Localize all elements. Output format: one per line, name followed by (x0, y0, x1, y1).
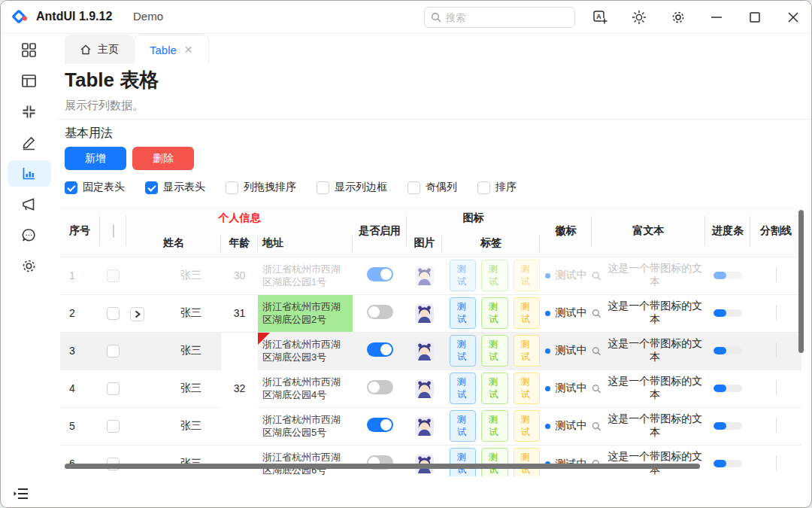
progress-bar (714, 272, 742, 279)
divider-line (776, 455, 777, 470)
option-checkbox[interactable] (408, 181, 420, 194)
sidebar-item-edit[interactable] (8, 129, 51, 156)
option-4[interactable]: 奇偶列 (408, 181, 457, 194)
enabled-switch[interactable] (367, 342, 393, 357)
image-cell (407, 445, 442, 476)
col-index[interactable]: 序号 (60, 206, 100, 257)
option-5[interactable]: 排序 (477, 181, 517, 194)
divider-line (776, 305, 777, 320)
table-row[interactable]: 3张三32浙江省杭州市西湖区湖底公园3号测试测试测试测试中这是一个带图标的文本 (60, 332, 801, 370)
sidebar-item-chat[interactable] (8, 222, 51, 248)
row-checkbox[interactable] (107, 345, 120, 357)
edit-icon (21, 135, 37, 151)
col-group-person[interactable]: 个人信息 (126, 206, 353, 230)
badge-cell: 测试中 (540, 257, 592, 294)
col-age[interactable]: 年龄 (221, 230, 258, 257)
table-row[interactable]: 6张三浙江省杭州市西湖区湖底公园6号测试测试测试测试中这是一个带图标的文本 (60, 445, 801, 476)
option-1[interactable]: 显示表头 (145, 181, 205, 194)
richtext: 这是一个带图标的文本 (592, 262, 705, 289)
settings-gear-icon[interactable] (670, 9, 686, 26)
row-index-cell: 6 (60, 445, 100, 476)
col-enabled[interactable]: 是否启用 (353, 206, 407, 257)
col-address[interactable]: 地址 (258, 230, 353, 257)
row-checkbox[interactable] (107, 307, 120, 320)
table-row[interactable]: 5张三浙江省杭州市西湖区湖底公园5号测试测试测试测试中这是一个带图标的文本 (60, 407, 801, 445)
col-divider[interactable]: 分割线 (750, 206, 801, 257)
col-progress[interactable]: 进度条 (705, 206, 750, 257)
option-label: 奇偶列 (426, 181, 457, 194)
enabled-cell (353, 370, 407, 407)
option-checkbox[interactable] (477, 181, 490, 194)
select-all-checkbox[interactable] (113, 224, 114, 238)
enabled-switch[interactable] (367, 305, 393, 319)
tag-green: 测试 (481, 373, 508, 404)
tab-home[interactable]: 主页 (65, 35, 134, 64)
option-3[interactable]: 显示列边框 (317, 181, 387, 194)
sidebar-item-bar-chart[interactable] (8, 160, 51, 187)
richtext-cell: 这是一个带图标的文本 (592, 445, 705, 476)
search-input[interactable] (446, 12, 559, 23)
sidebar-item-dashboard[interactable] (8, 37, 51, 63)
col-group-icon[interactable]: 图标 (407, 206, 540, 230)
col-select-all[interactable] (100, 206, 126, 257)
col-name[interactable]: 姓名 (126, 230, 221, 257)
sidebar-item-megaphone[interactable] (8, 191, 51, 217)
divider-line (776, 418, 777, 433)
row-checkbox[interactable] (107, 382, 120, 395)
sidebar-item-settings[interactable] (8, 253, 51, 279)
collapse-sidebar-icon[interactable] (13, 486, 29, 501)
divider-cell (750, 257, 801, 294)
richtext-cell: 这是一个带图标的文本 (592, 294, 705, 332)
richtext: 这是一个带图标的文本 (592, 412, 705, 440)
option-checkbox[interactable] (65, 181, 77, 194)
switch-knob (368, 382, 380, 393)
minimize-button[interactable] (708, 9, 725, 26)
row-checkbox[interactable] (107, 269, 120, 282)
address-cell: 浙江省杭州市西湖区湖底公园5号 (258, 407, 353, 445)
col-badge[interactable]: 徽标 (540, 206, 592, 257)
expand-row-button[interactable] (130, 307, 144, 321)
tab-table[interactable]: Table ✕ (134, 35, 209, 64)
badge-cell: 测试中 (540, 445, 592, 476)
col-richtext[interactable]: 富文本 (592, 206, 705, 257)
enabled-switch[interactable] (367, 267, 393, 281)
row-checkbox[interactable] (107, 420, 120, 433)
col-tags[interactable]: 标签 (442, 230, 540, 257)
richtext-cell: 这是一个带图标的文本 (592, 370, 705, 407)
theme-light-icon[interactable] (631, 9, 647, 26)
tags-cell: 测试测试测试 (442, 332, 540, 370)
tag-blue: 测试 (450, 297, 476, 329)
horizontal-scrollbar[interactable] (65, 464, 700, 469)
enabled-cell (353, 445, 407, 476)
option-checkbox[interactable] (145, 181, 158, 194)
tag-orange: 测试 (514, 335, 540, 367)
sidebar-item-compress[interactable] (8, 99, 51, 125)
vertical-scrollbar[interactable] (798, 210, 804, 353)
progress-fill (714, 385, 726, 392)
tab-close-icon[interactable]: ✕ (184, 44, 193, 56)
search-box[interactable] (424, 7, 575, 28)
close-button[interactable] (785, 9, 801, 26)
delete-button[interactable]: 删除 (132, 147, 194, 170)
option-checkbox[interactable] (226, 181, 238, 194)
add-button[interactable]: 新增 (65, 147, 126, 170)
option-0[interactable]: 固定表头 (65, 181, 125, 194)
table-row[interactable]: 4张三浙江省杭州市西湖区湖底公园4号测试测试测试测试中这是一个带图标的文本 (60, 370, 801, 407)
switch-knob (368, 306, 380, 318)
address-cell: 浙江省杭州市西湖区湖底公园1号 (258, 257, 353, 294)
option-2[interactable]: 列拖拽排序 (226, 181, 296, 194)
row-index-cell: 5 (60, 407, 100, 445)
col-image[interactable]: 图片 (407, 230, 442, 257)
enabled-switch[interactable] (367, 418, 393, 432)
sidebar-item-layout[interactable] (8, 68, 51, 94)
row-index-cell: 2 (60, 294, 100, 332)
maximize-button[interactable] (747, 9, 763, 26)
enabled-switch[interactable] (367, 380, 393, 394)
section-title: 基本用法 (65, 126, 113, 141)
option-checkbox[interactable] (317, 181, 329, 194)
table-row[interactable]: 2张三31浙江省杭州市西湖区湖底公园2号测试测试测试测试中这是一个带图标的文本 (60, 294, 801, 332)
richtext-label: 这是一个带图标的文本 (604, 337, 705, 364)
row-select-cell (100, 445, 126, 476)
translate-icon[interactable]: A (592, 9, 608, 26)
table-row[interactable]: 1张三30浙江省杭州市西湖区湖底公园1号测试测试测试测试中这是一个带图标的文本 (60, 257, 801, 294)
